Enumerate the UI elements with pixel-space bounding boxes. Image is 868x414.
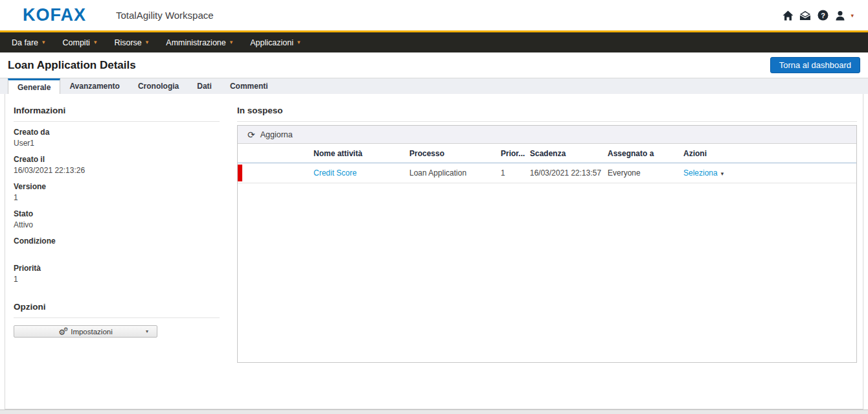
activity-link[interactable]: Credit Score <box>314 168 357 178</box>
tab-dati[interactable]: Dati <box>188 78 221 94</box>
table-header-row: Nome attività Processo Prior... Scadenza… <box>238 144 856 163</box>
top-header: KOFAX TotalAgility Workspace ? ▾ <box>0 0 868 30</box>
table-row: Credit Score Loan Application 1 16/03/20… <box>238 163 856 183</box>
mail-icon[interactable] <box>799 10 811 21</box>
chevron-down-icon: ▾ <box>42 40 45 45</box>
kofax-logo: KOFAX <box>23 6 86 24</box>
chevron-down-icon: ▾ <box>146 40 149 45</box>
pending-table: Nome attività Processo Prior... Scadenza… <box>238 144 856 183</box>
settings-dropdown-button[interactable]: ⚙⚙ Impostazioni ▾ <box>14 325 157 338</box>
user-menu-caret-icon[interactable]: ▾ <box>851 12 854 19</box>
field-creato-il: Creato il 16/03/2021 22:13:26 <box>14 155 220 176</box>
refresh-button[interactable]: ⟳ Aggiorna <box>238 126 856 144</box>
chevron-down-icon: ▾ <box>230 40 233 45</box>
cell-processo: Loan Application <box>409 163 501 183</box>
chevron-down-icon: ▾ <box>721 170 724 177</box>
priority-indicator-cell <box>238 163 314 183</box>
tab-content: Informazioni Creato da User1 Creato il 1… <box>5 94 863 409</box>
nav-item-applicazioni[interactable]: Applicazioni ▾ <box>250 38 300 47</box>
chevron-down-icon: ▾ <box>94 40 97 45</box>
footer-bar <box>0 409 868 414</box>
refresh-label: Aggiorna <box>260 130 293 139</box>
tab-generale[interactable]: Generale <box>8 78 60 94</box>
tab-commenti[interactable]: Commenti <box>221 78 277 94</box>
header-icons: ? ▾ <box>782 10 854 21</box>
cell-nome-attivita: Credit Score <box>314 163 409 183</box>
field-stato: Stato Attivo <box>14 209 220 230</box>
user-icon[interactable] <box>834 10 846 21</box>
field-priorita: Priorità 1 <box>14 264 220 284</box>
seleziona-dropdown[interactable]: Seleziona <box>683 168 718 178</box>
pending-title: In sospeso <box>237 106 857 122</box>
nav-item-da-fare[interactable]: Da fare ▾ <box>12 38 45 47</box>
col-scadenza: Scadenza <box>530 144 608 163</box>
col-azioni: Azioni <box>683 144 856 163</box>
col-priorita: Prior... <box>501 144 530 163</box>
nav-item-amministrazione[interactable]: Amministrazione ▾ <box>166 38 233 47</box>
tab-cronologia[interactable]: Cronologia <box>129 78 188 94</box>
cell-assegnato-a: Everyone <box>608 163 683 183</box>
svg-text:?: ? <box>821 12 825 19</box>
settings-button-label: Impostazioni <box>71 328 113 336</box>
cell-azioni: Seleziona▾ <box>683 163 856 183</box>
priority-indicator-bar <box>238 165 242 181</box>
options-section: Opzioni ⚙⚙ Impostazioni ▾ <box>14 302 220 338</box>
pending-section: In sospeso ⟳ Aggiorna Nome attività Proc… <box>220 94 863 409</box>
field-versione: Versione 1 <box>14 182 220 203</box>
home-icon[interactable] <box>782 10 794 21</box>
tab-strip: Generale Avanzamento Cronologia Dati Com… <box>0 78 868 94</box>
nav-item-compiti[interactable]: Compiti ▾ <box>63 38 97 47</box>
gears-icon: ⚙⚙ <box>58 328 70 336</box>
app-title: TotalAgility Workspace <box>116 10 214 21</box>
tab-avanzamento[interactable]: Avanzamento <box>60 78 129 94</box>
field-condizione: Condizione <box>14 236 220 257</box>
chevron-down-icon: ▾ <box>146 328 148 334</box>
col-indicator <box>238 144 314 163</box>
refresh-icon: ⟳ <box>247 130 255 139</box>
options-title: Opzioni <box>14 302 220 318</box>
chevron-down-icon: ▾ <box>297 40 301 45</box>
col-nome-attivita: Nome attività <box>314 144 409 163</box>
info-fields: Creato da User1 Creato il 16/03/2021 22:… <box>14 128 220 284</box>
info-panel-title: Informazioni <box>14 106 220 122</box>
pending-panel: ⟳ Aggiorna Nome attività Processo Prior.… <box>237 125 857 363</box>
cell-scadenza: 16/03/2021 22:13:57 <box>530 163 608 183</box>
nav-item-risorse[interactable]: Risorse ▾ <box>114 38 148 47</box>
cell-priorita: 1 <box>501 163 530 183</box>
col-processo: Processo <box>409 144 501 163</box>
info-panel: Informazioni Creato da User1 Creato il 1… <box>5 94 220 409</box>
back-to-dashboard-button[interactable]: Torna al dashboard <box>770 57 860 73</box>
help-icon[interactable]: ? <box>817 10 828 21</box>
field-creato-da: Creato da User1 <box>14 128 220 148</box>
col-assegnato-a: Assegnato a <box>608 144 683 163</box>
page-header: Loan Application Details Torna al dashbo… <box>0 52 868 78</box>
main-nav: Da fare ▾ Compiti ▾ Risorse ▾ Amministra… <box>0 32 868 52</box>
page-title: Loan Application Details <box>8 59 136 72</box>
